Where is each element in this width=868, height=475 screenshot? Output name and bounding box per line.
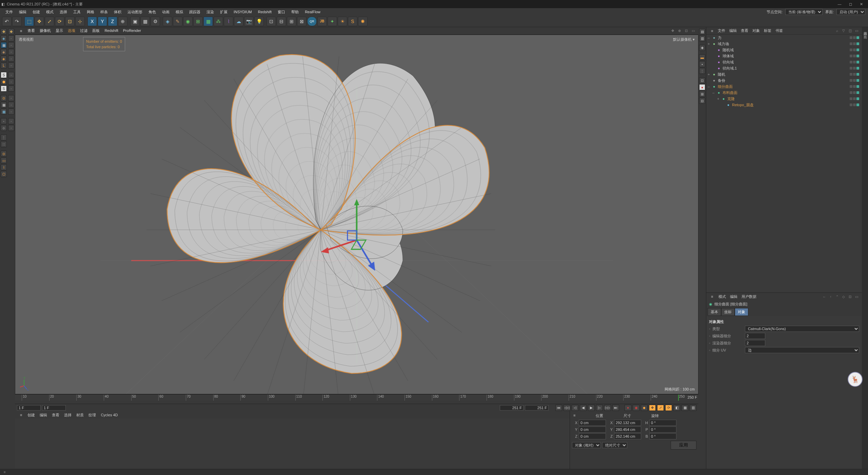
insp-类型-select[interactable]: Catmull-Clark(N-Gons) [745,326,859,332]
key-opt[interactable]: ▦ [682,405,688,411]
frame-end-b[interactable] [525,405,549,411]
key-r[interactable]: ⟳ [665,405,672,411]
menu-跟踪器[interactable]: 跟踪器 [186,9,203,15]
menu-帮助[interactable]: 帮助 [289,9,301,15]
menu-创建[interactable]: 创建 [30,9,43,15]
insp-编辑器细分-input[interactable] [745,333,765,339]
minimize-button[interactable]: — [834,2,845,6]
layout-select[interactable]: 启动 (用户) [836,9,865,15]
vp-handle[interactable]: ≡ [18,28,24,34]
om-item-域力场[interactable]: + ● 域力场 [706,41,862,47]
maximize-button[interactable]: ◻ [845,2,856,6]
mat-handle[interactable]: ≡ [18,412,24,418]
pos-Y[interactable] [579,426,606,433]
pos-X[interactable] [579,420,606,426]
snap-c[interactable]: S [1,86,7,92]
pos-Z[interactable] [579,433,606,439]
workplane-mode[interactable]: ◈ [1,49,7,55]
floating-badge-icon[interactable]: 🦌 [848,372,863,387]
ommenu-标签[interactable]: 标签 [762,28,773,33]
rot-H[interactable] [649,420,676,426]
coord-mode-2[interactable]: 绝对尺寸 [602,442,627,448]
menu-模拟[interactable]: 模拟 [173,9,186,15]
vpmenu-面板[interactable]: 面板 [90,28,102,33]
menu-扩展[interactable]: 扩展 [217,9,230,15]
vt-m[interactable]: · [8,118,14,124]
sel-poly[interactable]: ⬠ [1,171,7,177]
vt-c[interactable]: · [8,42,14,48]
om-view-a[interactable]: ◫ [847,28,853,34]
rs-i[interactable]: ⊞ [699,91,705,97]
vt-k[interactable]: · [8,102,14,108]
rs-c[interactable]: ✚ [699,45,705,51]
matmenu-材质[interactable]: 材质 [74,412,86,418]
size-X[interactable] [614,420,641,426]
rs-d[interactable]: ▬ [699,54,705,60]
vt-f[interactable]: · [8,62,14,69]
object-mode[interactable]: ◈ [1,35,7,41]
rs-b[interactable]: ▥ [699,35,705,41]
coord-system[interactable]: ⊕ [118,17,127,26]
tool-burst[interactable]: ✺ [358,17,368,26]
undo-button[interactable]: ↶ [2,17,12,26]
deformer[interactable]: ⌇ [224,17,233,26]
om-item-随机域[interactable]: ● 随机域 [706,47,862,53]
step-back[interactable]: ◁ [572,405,578,411]
camera-label[interactable]: 默认摄像机 ▾ [673,37,695,42]
om-item-克隆[interactable]: + ● 克隆 [706,96,862,102]
size-Z[interactable] [614,433,641,439]
vpmenu-ProRender[interactable]: ProRender [121,28,143,33]
ommenu-查看[interactable]: 查看 [739,28,750,33]
generator-subdiv[interactable]: ▦ [203,17,213,26]
snap-j[interactable]: ∷ [1,141,7,147]
snap-i[interactable]: ⋮ [1,134,7,140]
vp-nav-a[interactable]: ✥ [670,28,675,34]
menu-动画[interactable]: 动画 [159,9,172,15]
render-region[interactable]: ▦ [140,17,150,26]
rec-b[interactable]: ◉ [633,405,639,411]
vt-h[interactable]: · [8,79,14,85]
tool-sun[interactable]: ☀ [338,17,347,26]
om-handle[interactable]: ≡ [709,28,715,34]
insp-c[interactable]: ▭ [854,294,859,299]
pen-tool[interactable]: ✎ [173,17,182,26]
om-item-径向域.1[interactable]: ● 径向域.1 [706,65,862,71]
vt-j[interactable]: · [8,95,14,101]
move-tool[interactable]: ✥ [35,17,44,26]
mograph-cloner[interactable]: ⁂ [214,17,223,26]
rot-B[interactable] [649,433,676,439]
axis-gizmo[interactable]: Y X Z [19,377,33,391]
vpmenu-Redshift[interactable]: Redshift [102,28,120,33]
rs-e[interactable]: ▪ [699,61,705,67]
menu-体积[interactable]: 体积 [111,9,124,15]
camera-add[interactable]: 📷 [244,17,254,26]
rs-g[interactable]: ⊡ [699,77,705,83]
inspmenu-编辑[interactable]: 编辑 [728,294,739,299]
timeline[interactable]: 1020304050607080901001101201301401501601… [15,394,698,404]
snap-f[interactable]: ▦ [1,109,7,115]
play-back[interactable]: ◀ [580,405,587,411]
vp-nav-c[interactable]: ⊡ [684,28,689,34]
insp-b[interactable]: ⊡ [847,294,853,299]
vt-e[interactable]: · [8,56,14,62]
coord-handle[interactable]: ≡ [573,413,575,418]
generator-array[interactable]: ⊞ [193,17,203,26]
insp-handle[interactable]: ≡ [709,294,715,299]
insp-up[interactable]: ⌃ [834,294,840,299]
step-back-key[interactable]: ◁◁ [564,405,570,411]
insp-tab-基本[interactable]: 基本 [708,308,721,316]
matmenu-查看[interactable]: 查看 [50,412,62,418]
matmenu-纹理[interactable]: 纹理 [86,412,98,418]
vt-i[interactable]: · [8,86,14,92]
menu-文件[interactable]: 文件 [3,9,16,15]
menu-角色[interactable]: 角色 [146,9,159,15]
menu-运动图形[interactable]: 运动图形 [125,9,145,15]
model-mode[interactable]: ✥ [1,28,7,35]
render-settings[interactable]: ⚙ [151,17,160,26]
vt-a[interactable]: ✥ [8,28,14,35]
om-item-径向域[interactable]: ● 径向域 [706,59,862,65]
key-p[interactable]: ✥ [649,405,656,411]
step-fwd[interactable]: ▷ [596,405,603,411]
snap-g[interactable]: ◦ [1,118,7,124]
close-button[interactable]: ✕ [856,2,867,6]
